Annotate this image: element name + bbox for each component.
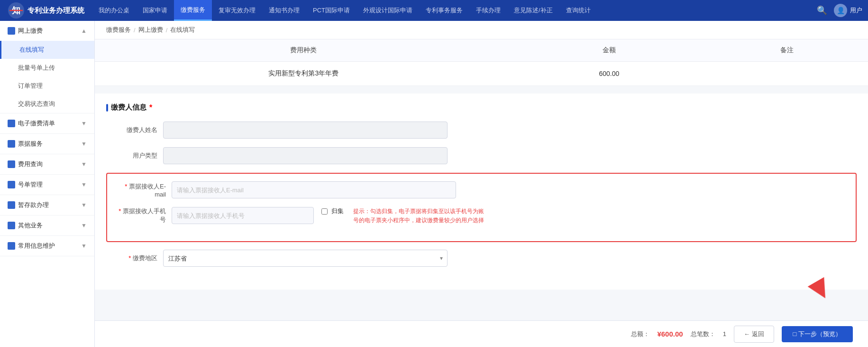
sidebar-group-header-temp-payment[interactable]: 暂存款办理 ▼ bbox=[0, 195, 94, 215]
sidebar-item-batch-upload[interactable]: 批量号单上传 bbox=[0, 59, 94, 77]
sidebar-item-order-manage[interactable]: 订单管理 bbox=[0, 77, 94, 95]
form-row-payer-name: 缴费人姓名 bbox=[106, 122, 857, 139]
breadcrumb-item-3: 在线填写 bbox=[170, 26, 195, 34]
sidebar-group-label-temp: 暂存款办理 bbox=[18, 201, 49, 209]
group-icon-e-receipt bbox=[8, 120, 15, 127]
bottom-bar: 总额： ¥600.00 总笔数： 1 ← 返回 □ 下一步（预览） bbox=[95, 320, 868, 347]
payer-name-label: 缴费人姓名 bbox=[106, 126, 163, 134]
sidebar-group-header-info[interactable]: 常用信息维护 ▼ bbox=[0, 236, 94, 256]
col-header-amount: 金额 bbox=[512, 39, 706, 62]
fee-remark bbox=[706, 62, 868, 86]
form-row-user-type: 用户类型 bbox=[106, 147, 857, 164]
fee-region-select[interactable]: 北京市 天津市 上海市 重庆市 江苏省 浙江省 广东省 bbox=[163, 250, 448, 267]
sidebar-group-header-fee-query[interactable]: 费用查询 ▼ bbox=[0, 154, 94, 174]
sidebar-group-left-6: 暂存款办理 bbox=[8, 201, 49, 209]
group-icon-temp bbox=[8, 201, 15, 209]
user-area[interactable]: 👤 用户 bbox=[834, 4, 862, 17]
sidebar-group-left: 网上缴费 bbox=[8, 27, 43, 35]
sidebar-group-temp-payment: 暂存款办理 ▼ bbox=[0, 195, 94, 216]
nav-design[interactable]: 外观设计国际申请 bbox=[356, 0, 419, 21]
group-icon-info bbox=[8, 242, 15, 250]
fee-region-label: 缴费地区 bbox=[106, 254, 163, 263]
sidebar-group-other: 其他业务 ▼ bbox=[0, 216, 94, 236]
search-icon[interactable]: 🔍 bbox=[815, 3, 829, 18]
sidebar-group-online-fee: 网上缴费 ▲ 在线填写 批量号单上传 订单管理 交易状态查询 bbox=[0, 21, 94, 113]
nav-pct[interactable]: PCT国际申请 bbox=[306, 0, 356, 21]
total-amount: ¥600.00 bbox=[657, 330, 683, 338]
section-title: 缴费人信息 * bbox=[106, 103, 857, 112]
sidebar-group-header-order-mgmt[interactable]: 号单管理 ▼ bbox=[0, 175, 94, 195]
next-button[interactable]: □ 下一步（预览） bbox=[782, 326, 853, 342]
blue-bar-icon bbox=[106, 104, 108, 112]
breadcrumb-sep-1: / bbox=[134, 27, 136, 34]
red-border-box: 票据接收人E-mail 票据接收人手机号 归集 提示：勾选归集，电子票据将归集至… bbox=[106, 173, 857, 242]
sidebar-group-label-info: 常用信息维护 bbox=[18, 242, 55, 250]
form-row-fee-region: 缴费地区 北京市 天津市 上海市 重庆市 江苏省 浙江省 广东省 bbox=[106, 250, 857, 267]
avatar: 👤 bbox=[834, 4, 847, 17]
sidebar-group-header-e-receipt[interactable]: 电子缴费清单 ▼ bbox=[0, 113, 94, 133]
top-nav: 知 专利业务办理系统 我的办公桌 国家申请 缴费服务 复审无效办理 通知书办理 … bbox=[0, 0, 868, 21]
receipt-phone-input[interactable] bbox=[172, 207, 314, 224]
logo-icon: 知 bbox=[8, 2, 25, 19]
sidebar-group-label-other: 其他业务 bbox=[18, 221, 43, 230]
nav-fee[interactable]: 缴费服务 bbox=[174, 0, 212, 21]
col-header-type: 费用种类 bbox=[95, 39, 512, 62]
content-area: 缴费服务 / 网上缴费 / 在线填写 费用种类 金额 备注 bbox=[95, 21, 868, 347]
group-icon-online-fee bbox=[8, 27, 15, 35]
chevron-down-icon-2: ▼ bbox=[81, 141, 87, 147]
main-layout: 网上缴费 ▲ 在线填写 批量号单上传 订单管理 交易状态查询 电子缴费清单 ▼ bbox=[0, 21, 868, 347]
breadcrumb-item-2[interactable]: 网上缴费 bbox=[138, 26, 163, 34]
nav-desk[interactable]: 我的办公桌 bbox=[92, 0, 136, 21]
page-content: 费用种类 金额 备注 实用新型专利第3年年费 600.00 bbox=[95, 39, 868, 347]
user-type-label: 用户类型 bbox=[106, 151, 163, 160]
section-title-text: 缴费人信息 bbox=[111, 103, 146, 112]
fee-table: 费用种类 金额 备注 实用新型专利第3年年费 600.00 bbox=[95, 39, 868, 86]
user-type-input[interactable] bbox=[163, 147, 448, 164]
tip-text: 提示：勾选归集，电子票据将归集至以该手机号为账号的电子票夹小程序中，建议缴费量较… bbox=[353, 207, 486, 225]
breadcrumb-sep-2: / bbox=[166, 27, 168, 34]
nav-notice[interactable]: 通知书办理 bbox=[262, 0, 306, 21]
sidebar-group-header-other[interactable]: 其他业务 ▼ bbox=[0, 216, 94, 235]
sidebar-group-label-fee-query: 费用查询 bbox=[18, 160, 43, 169]
total-count: 1 bbox=[723, 330, 726, 338]
sidebar-group-label-order: 号单管理 bbox=[18, 180, 43, 189]
chevron-down-icon-1: ▼ bbox=[81, 120, 87, 127]
sidebar-item-online-fill[interactable]: 在线填写 bbox=[0, 41, 94, 59]
sidebar-group-e-receipt: 电子缴费清单 ▼ bbox=[0, 113, 94, 134]
back-button[interactable]: ← 返回 bbox=[734, 326, 774, 343]
nav-opinion[interactable]: 意见陈述/补正 bbox=[507, 0, 559, 21]
sidebar-group-left-2: 电子缴费清单 bbox=[8, 119, 55, 128]
payer-section: 缴费人信息 * 缴费人姓名 用户类型 票据接收人E-mail bbox=[95, 94, 868, 290]
breadcrumb-item-1[interactable]: 缴费服务 bbox=[106, 26, 131, 34]
total-label: 总额： bbox=[631, 330, 649, 338]
sidebar-group-label-online-fee: 网上缴费 bbox=[18, 27, 43, 35]
fee-amount: 600.00 bbox=[512, 62, 706, 86]
nav-items: 我的办公桌 国家申请 缴费服务 复审无效办理 通知书办理 PCT国际申请 外观设… bbox=[92, 0, 809, 21]
username: 用户 bbox=[850, 6, 862, 15]
group-icon-order bbox=[8, 181, 15, 188]
sidebar-group-order-mgmt: 号单管理 ▼ bbox=[0, 175, 94, 195]
group-icon-other bbox=[8, 222, 15, 229]
total-count-label: 总笔数： bbox=[691, 330, 715, 338]
chevron-up-icon: ▲ bbox=[81, 28, 87, 34]
nav-review[interactable]: 复审无效办理 bbox=[212, 0, 262, 21]
nav-patent[interactable]: 专利事务服务 bbox=[419, 0, 469, 21]
group-icon-receipt bbox=[8, 140, 15, 148]
chevron-down-icon-3: ▼ bbox=[81, 161, 87, 168]
chevron-down-icon-5: ▼ bbox=[81, 202, 87, 208]
receipt-phone-label: 票据接收人手机号 bbox=[115, 207, 172, 224]
nav-stats[interactable]: 查询统计 bbox=[559, 0, 597, 21]
payer-name-input[interactable] bbox=[163, 122, 448, 139]
receipt-email-input[interactable] bbox=[172, 181, 456, 198]
receipt-email-label: 票据接收人E-mail bbox=[115, 182, 172, 198]
nav-right: 🔍 👤 用户 bbox=[809, 3, 868, 18]
nav-procedure[interactable]: 手续办理 bbox=[469, 0, 507, 21]
collect-checkbox[interactable] bbox=[321, 208, 328, 215]
sidebar-group-header-online-fee[interactable]: 网上缴费 ▲ bbox=[0, 21, 94, 41]
sidebar-group-label-receipt: 票据服务 bbox=[18, 140, 43, 148]
sidebar-item-transaction-query[interactable]: 交易状态查询 bbox=[0, 95, 94, 113]
form-row-receipt-phone: 票据接收人手机号 归集 提示：勾选归集，电子票据将归集至以该手机号为账号的电子票… bbox=[115, 207, 848, 225]
nav-national[interactable]: 国家申请 bbox=[136, 0, 174, 21]
logo-title: 专利业务办理系统 bbox=[27, 6, 84, 15]
sidebar-group-header-receipt-service[interactable]: 票据服务 ▼ bbox=[0, 134, 94, 154]
